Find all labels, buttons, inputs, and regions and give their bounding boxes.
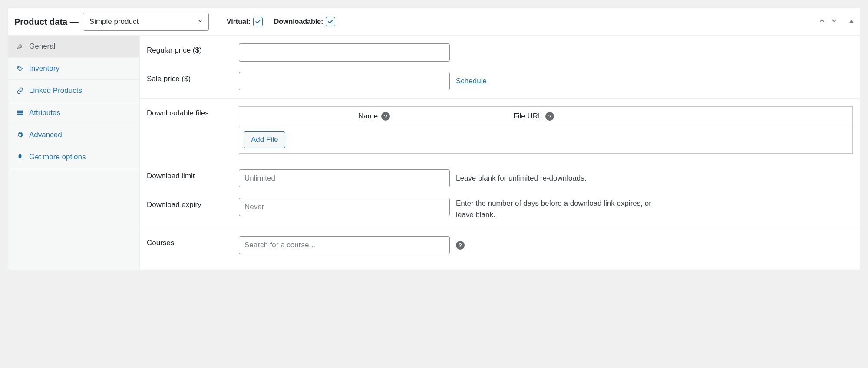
svg-point-1 bbox=[18, 67, 19, 68]
separator bbox=[218, 16, 218, 28]
sidebar: General Inventory Linked Products bbox=[8, 36, 140, 270]
panel-controls bbox=[818, 17, 855, 27]
virtual-checkbox[interactable] bbox=[253, 17, 263, 26]
download-expiry-label: Download expiry bbox=[147, 198, 239, 209]
download-limit-help: Leave blank for unlimited re-downloads. bbox=[456, 173, 587, 184]
dl-col-url: File URL ? bbox=[509, 107, 852, 126]
list-icon bbox=[16, 109, 24, 116]
chevron-up-icon[interactable] bbox=[818, 17, 826, 27]
tab-advanced[interactable]: Advanced bbox=[8, 124, 139, 146]
collapse-panel-icon[interactable] bbox=[848, 17, 855, 26]
panel-header: Product data — Simple product Virtual: D… bbox=[8, 8, 860, 36]
download-expiry-help: Enter the number of days before a downlo… bbox=[456, 198, 660, 220]
svg-rect-2 bbox=[17, 111, 23, 112]
product-data-panel: Product data — Simple product Virtual: D… bbox=[8, 8, 860, 270]
sale-price-label: Sale price ($) bbox=[147, 72, 239, 83]
row-download-limit: Download limit Leave blank for unlimited… bbox=[140, 161, 860, 195]
row-download-expiry: Download expiry Enter the number of days… bbox=[140, 195, 860, 228]
row-courses: Courses ? bbox=[140, 228, 860, 262]
regular-price-label: Regular price ($) bbox=[147, 43, 239, 55]
tab-label: Linked Products bbox=[29, 86, 82, 95]
help-icon[interactable]: ? bbox=[456, 241, 465, 250]
row-sale-price: Sale price ($) Schedule bbox=[140, 69, 860, 98]
virtual-label: Virtual: bbox=[227, 18, 251, 26]
tab-label: Inventory bbox=[29, 64, 59, 73]
downloadable-files-label: Downloadable files bbox=[147, 106, 239, 118]
chevron-down-icon[interactable] bbox=[830, 17, 838, 27]
downloadable-label: Downloadable: bbox=[274, 18, 323, 26]
link-icon bbox=[16, 87, 24, 94]
tab-general[interactable]: General bbox=[8, 36, 139, 58]
downloadable-toggle: Downloadable: bbox=[274, 17, 336, 26]
row-regular-price: Regular price ($) bbox=[140, 36, 860, 69]
gear-icon bbox=[16, 131, 24, 138]
wrench-icon bbox=[16, 43, 24, 50]
plug-icon bbox=[16, 154, 24, 161]
downloadable-files-table: Name ? File URL ? Add File bbox=[239, 106, 853, 154]
courses-label: Courses bbox=[147, 236, 239, 247]
product-type-value: Simple product bbox=[89, 17, 139, 26]
download-limit-input[interactable] bbox=[239, 169, 450, 187]
tag-icon bbox=[16, 65, 24, 72]
schedule-link[interactable]: Schedule bbox=[456, 77, 487, 85]
tab-get-more-options[interactable]: Get more options bbox=[8, 146, 139, 168]
download-limit-label: Download limit bbox=[147, 169, 239, 181]
dl-col-name: Name ? bbox=[239, 107, 509, 126]
downloadable-checkbox[interactable] bbox=[326, 17, 335, 26]
regular-price-input[interactable] bbox=[239, 43, 450, 62]
tab-label: Advanced bbox=[29, 131, 62, 139]
tab-inventory[interactable]: Inventory bbox=[8, 58, 139, 80]
svg-rect-3 bbox=[17, 112, 23, 114]
svg-rect-4 bbox=[17, 114, 23, 115]
content: Regular price ($) Sale price ($) Schedul… bbox=[140, 36, 860, 270]
virtual-toggle: Virtual: bbox=[227, 17, 263, 26]
chevron-down-icon bbox=[197, 17, 203, 26]
svg-marker-0 bbox=[849, 20, 853, 23]
tab-label: Get more options bbox=[29, 153, 86, 161]
tab-attributes[interactable]: Attributes bbox=[8, 102, 139, 124]
panel-title: Product data — bbox=[14, 17, 79, 27]
tab-label: Attributes bbox=[29, 108, 60, 117]
tab-label: General bbox=[29, 42, 55, 51]
tab-linked-products[interactable]: Linked Products bbox=[8, 80, 139, 102]
add-file-button[interactable]: Add File bbox=[244, 131, 285, 148]
help-icon[interactable]: ? bbox=[545, 112, 554, 121]
row-downloadable-files: Downloadable files Name ? File URL ? bbox=[140, 98, 860, 161]
product-type-select[interactable]: Simple product bbox=[83, 13, 209, 31]
courses-input[interactable] bbox=[239, 236, 450, 254]
help-icon[interactable]: ? bbox=[381, 112, 390, 121]
sale-price-input[interactable] bbox=[239, 72, 450, 90]
download-expiry-input[interactable] bbox=[239, 198, 450, 216]
